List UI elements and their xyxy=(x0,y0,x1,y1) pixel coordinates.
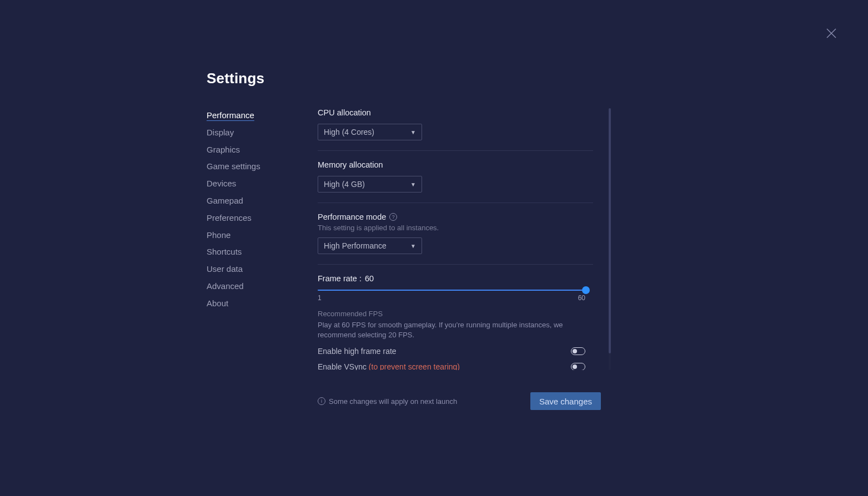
frame-rate-slider[interactable] xyxy=(318,290,585,291)
chevron-down-icon: ▼ xyxy=(410,181,416,188)
vsync-label-b: (to prevent screen tearing) xyxy=(369,362,460,370)
frame-rate-label: Frame rate : 60 xyxy=(318,274,593,283)
divider xyxy=(318,150,593,151)
memory-allocation-value: High (4 GB) xyxy=(324,180,365,189)
chevron-down-icon: ▼ xyxy=(410,129,416,135)
recommended-fps-desc: Play at 60 FPS for smooth gameplay. If y… xyxy=(318,320,585,340)
close-icon xyxy=(825,27,838,40)
save-changes-button[interactable]: Save changes xyxy=(530,392,601,410)
recommended-fps-title: Recommended FPS xyxy=(318,310,593,318)
chevron-down-icon: ▼ xyxy=(410,243,416,249)
performance-mode-sub: This setting is applied to all instances… xyxy=(318,224,593,232)
frame-rate-prefix: Frame rate : xyxy=(318,274,362,283)
sidebar-item-shortcuts[interactable]: Shortcuts xyxy=(207,247,318,256)
info-icon: i xyxy=(318,397,325,405)
performance-mode-value: High Performance xyxy=(324,241,387,250)
launch-note: i Some changes will apply on next launch xyxy=(318,397,457,406)
page-title: Settings xyxy=(207,70,606,87)
sidebar-item-about[interactable]: About xyxy=(207,298,318,308)
sidebar-item-performance[interactable]: Performance xyxy=(207,110,318,120)
vsync-label-a: Enable VSync xyxy=(318,362,369,370)
performance-mode-select[interactable]: High Performance ▼ xyxy=(318,237,422,254)
info-icon[interactable]: ? xyxy=(389,213,397,221)
sidebar-item-advanced[interactable]: Advanced xyxy=(207,281,318,291)
toggle-knob xyxy=(573,365,577,369)
sidebar-item-user-data[interactable]: User data xyxy=(207,264,318,274)
high-frame-rate-toggle[interactable] xyxy=(571,347,585,355)
performance-mode-label-text: Performance mode xyxy=(318,212,386,221)
frame-rate-min: 1 xyxy=(318,294,322,302)
frame-rate-value: 60 xyxy=(365,274,374,283)
sidebar-item-phone[interactable]: Phone xyxy=(207,230,318,240)
scrollbar-thumb[interactable] xyxy=(609,108,611,353)
divider xyxy=(318,203,593,203)
slider-thumb[interactable] xyxy=(582,286,590,294)
vsync-label: Enable VSync (to prevent screen tearing) xyxy=(318,362,460,370)
sidebar-item-graphics[interactable]: Graphics xyxy=(207,145,318,154)
high-frame-rate-label: Enable high frame rate xyxy=(318,347,397,356)
performance-mode-label: Performance mode ? xyxy=(318,212,593,221)
cpu-allocation-select[interactable]: High (4 Cores) ▼ xyxy=(318,124,422,140)
sidebar-item-devices[interactable]: Devices xyxy=(207,179,318,188)
vsync-toggle[interactable] xyxy=(571,363,585,370)
scrollbar[interactable] xyxy=(609,108,611,370)
sidebar-item-game-settings[interactable]: Game settings xyxy=(207,161,318,171)
divider xyxy=(318,264,593,265)
frame-rate-max: 60 xyxy=(578,294,585,302)
launch-note-text: Some changes will apply on next launch xyxy=(329,397,457,406)
settings-sidebar: Performance Display Graphics Game settin… xyxy=(207,108,318,410)
sidebar-item-gamepad[interactable]: Gamepad xyxy=(207,196,318,205)
cpu-allocation-value: High (4 Cores) xyxy=(324,128,374,136)
memory-allocation-label: Memory allocation xyxy=(318,160,593,169)
sidebar-item-display[interactable]: Display xyxy=(207,128,318,137)
cpu-allocation-label: CPU allocation xyxy=(318,108,593,117)
close-button[interactable] xyxy=(825,27,838,40)
settings-panel: CPU allocation High (4 Cores) ▼ Memory a… xyxy=(318,108,606,370)
sidebar-item-preferences[interactable]: Preferences xyxy=(207,213,318,222)
toggle-knob xyxy=(573,349,577,353)
memory-allocation-select[interactable]: High (4 GB) ▼ xyxy=(318,176,422,193)
